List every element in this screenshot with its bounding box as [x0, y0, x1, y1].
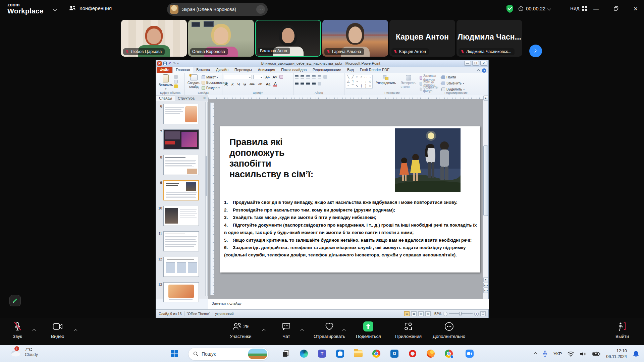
participant-tile[interactable]: Гаряча Альона	[322, 20, 388, 57]
zoom-out-button[interactable]: −	[443, 312, 447, 316]
format-painter-icon[interactable]	[174, 84, 178, 88]
opera-icon[interactable]	[408, 349, 417, 358]
tray-expand-chevron[interactable]	[534, 352, 537, 356]
cut-icon[interactable]	[174, 75, 178, 79]
slide-thumbnail[interactable]: 10	[157, 206, 199, 226]
clear-format-icon[interactable]	[279, 75, 283, 79]
taskbar-clock[interactable]: 12:10 06.11.2024	[606, 348, 627, 359]
change-case-button[interactable]: Aa	[265, 82, 271, 86]
indent-decrease-icon[interactable]	[306, 75, 310, 79]
line-spacing-icon[interactable]	[318, 75, 321, 79]
volume-icon[interactable]	[580, 351, 587, 357]
chevron-down-icon[interactable]	[53, 7, 57, 11]
react-options-chevron[interactable]	[343, 327, 345, 333]
shape-outline-button[interactable]: Контур фигуры▾	[420, 81, 442, 86]
tab-review[interactable]: Рецензирование	[310, 67, 344, 73]
notes-pane[interactable]: Заметки к слайду	[208, 299, 489, 309]
current-slide[interactable]: Правила які допоможуть запобігти насильс…	[220, 126, 480, 273]
shape-effects-button[interactable]: Эффекты фигур▾	[420, 87, 442, 92]
teams-icon[interactable]: T	[317, 349, 327, 358]
next-participants-button[interactable]	[529, 45, 542, 57]
security-shield-icon[interactable]	[506, 4, 514, 14]
zoom-in-button[interactable]: +	[474, 312, 479, 316]
char-spacing-button[interactable]: АВ	[258, 82, 263, 86]
view-button[interactable]: Вид	[570, 5, 587, 11]
numbering-icon[interactable]	[301, 75, 304, 79]
align-left-icon[interactable]	[295, 82, 299, 85]
paste-button[interactable]: Вставить ▾	[157, 74, 174, 91]
minimize-button[interactable]: —	[591, 4, 601, 14]
participant-tile-active-speaker[interactable]: Волкова Анна	[255, 20, 321, 57]
annotate-pencil-button[interactable]	[9, 295, 21, 306]
firefox-icon[interactable]	[426, 349, 435, 358]
scrollbar-thumb[interactable]	[483, 145, 488, 216]
align-center-icon[interactable]	[301, 82, 304, 85]
abc-strike-button[interactable]: abc	[249, 82, 255, 86]
underline-button[interactable]: Ч	[236, 82, 240, 86]
italic-button[interactable]: К	[231, 82, 234, 86]
slide-thumbnail[interactable]: 8	[157, 155, 199, 175]
help-icon[interactable]: ?	[482, 68, 486, 73]
align-right-icon[interactable]	[306, 82, 310, 85]
scroll-down-icon[interactable]: ▼	[483, 277, 488, 282]
leave-button[interactable]: Выйти	[615, 321, 629, 339]
undo-icon[interactable]: ↶	[168, 61, 171, 66]
shared-screen-pill[interactable]: Экран (Олена Воронова) ⋯	[167, 3, 268, 16]
more-button[interactable]: Дополнительно	[433, 321, 465, 339]
slide-sorter-button[interactable]: ▦	[411, 311, 417, 316]
next-slide-button[interactable]: ▼▼	[483, 288, 488, 293]
pill-more-button[interactable]: ⋯	[256, 5, 265, 14]
video-options-chevron[interactable]	[74, 327, 77, 333]
quick-access-toolbar[interactable]: P ↶ ↷ ▾	[157, 61, 178, 66]
bullets-icon[interactable]	[295, 75, 299, 79]
zoom-app-icon[interactable]	[465, 349, 474, 358]
ppt-restore-button[interactable]: ❐	[472, 61, 479, 66]
slide-thumbnail[interactable]: 12	[157, 257, 199, 277]
save-icon[interactable]	[163, 61, 167, 65]
start-button[interactable]	[170, 349, 179, 358]
justify-icon[interactable]	[312, 82, 316, 85]
participant-tile-no-video[interactable]: Людмила Часн... Людмила Часниковск...	[457, 20, 522, 57]
video-button[interactable]: Видео	[51, 321, 64, 339]
participant-tile[interactable]: Любов Царьова	[121, 20, 187, 57]
language-indicator[interactable]: украинский	[215, 312, 234, 316]
powerpoint-icon[interactable]: P	[157, 61, 162, 66]
slide-thumbnail[interactable]: 6	[157, 104, 199, 124]
participants-button[interactable]: 29 Участники	[230, 321, 252, 339]
shapes-gallery[interactable]: ╲╱□○▭◦ △Ꞁ¬→↓◇ ~⌒∿{}☆	[346, 75, 373, 88]
previous-slide-button[interactable]: ▲▲	[483, 283, 488, 288]
font-color-button[interactable]: А	[273, 81, 277, 86]
panel-tab-slides[interactable]: Слайды	[156, 95, 175, 101]
bold-button[interactable]: Ж	[224, 82, 228, 86]
chevron-down-icon[interactable]	[547, 7, 551, 10]
strike-button[interactable]: S	[243, 82, 247, 86]
panel-tab-outline[interactable]: Структура	[175, 96, 197, 101]
tab-design[interactable]: Дизайн	[213, 67, 231, 73]
reading-view-button[interactable]: ▥	[418, 311, 424, 316]
apps-button[interactable]: Приложения	[395, 321, 422, 339]
tab-conference[interactable]: Конференция	[69, 5, 112, 11]
taskbar-search[interactable]: Пошук	[188, 348, 269, 360]
tab-home[interactable]: Главная	[172, 67, 193, 73]
outlook-icon[interactable]: O	[390, 349, 399, 358]
browser-profile-icon[interactable]	[444, 349, 453, 358]
store-icon[interactable]	[335, 349, 345, 358]
slide-thumbnail[interactable]: 13	[157, 282, 199, 302]
grow-font-button[interactable]: A˄	[265, 75, 271, 79]
arrange-button[interactable]: Упорядочить	[375, 75, 397, 85]
font-name-combo[interactable]	[224, 75, 252, 79]
scroll-up-icon[interactable]: ▲	[483, 96, 488, 101]
quick-styles-button[interactable]: Экспресс-стили	[399, 75, 418, 89]
react-button[interactable]: Отреагировать	[314, 321, 345, 339]
tray-mic-icon[interactable]	[542, 351, 548, 357]
collapse-ribbon-icon[interactable]	[477, 69, 480, 72]
copy-icon[interactable]	[174, 80, 178, 83]
audio-options-chevron[interactable]	[33, 327, 35, 333]
chat-button[interactable]: Чат	[282, 321, 291, 339]
participants-options-chevron[interactable]	[263, 327, 265, 333]
shape-fill-button[interactable]: Заливка фигуры▾	[420, 75, 442, 80]
wifi-icon[interactable]	[568, 351, 574, 357]
tab-insert[interactable]: Вставка	[193, 67, 213, 73]
redo-icon[interactable]: ↷	[173, 61, 176, 66]
file-explorer-icon[interactable]	[354, 349, 363, 358]
